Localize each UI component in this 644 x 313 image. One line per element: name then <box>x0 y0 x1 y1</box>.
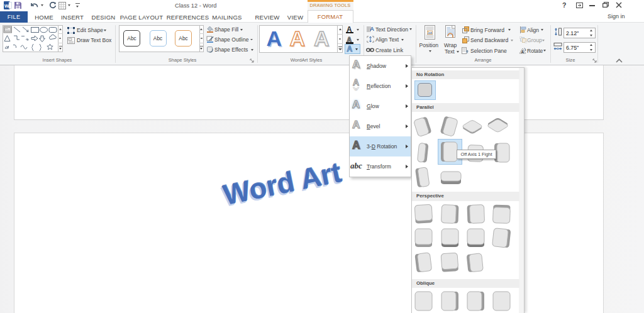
svg-text:A: A <box>370 26 374 32</box>
svg-text:A: A <box>521 49 524 53</box>
svg-text:W: W <box>4 3 9 9</box>
